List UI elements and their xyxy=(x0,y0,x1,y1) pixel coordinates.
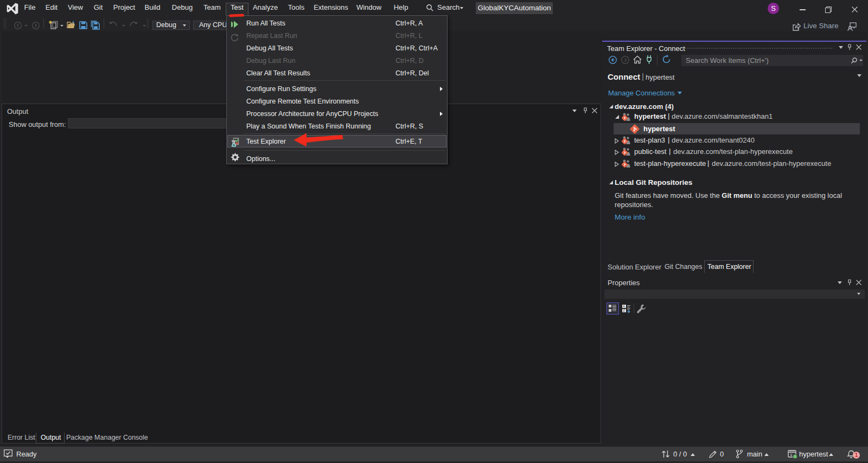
svg-text:A: A xyxy=(623,305,625,308)
svg-text:Z: Z xyxy=(623,309,625,312)
